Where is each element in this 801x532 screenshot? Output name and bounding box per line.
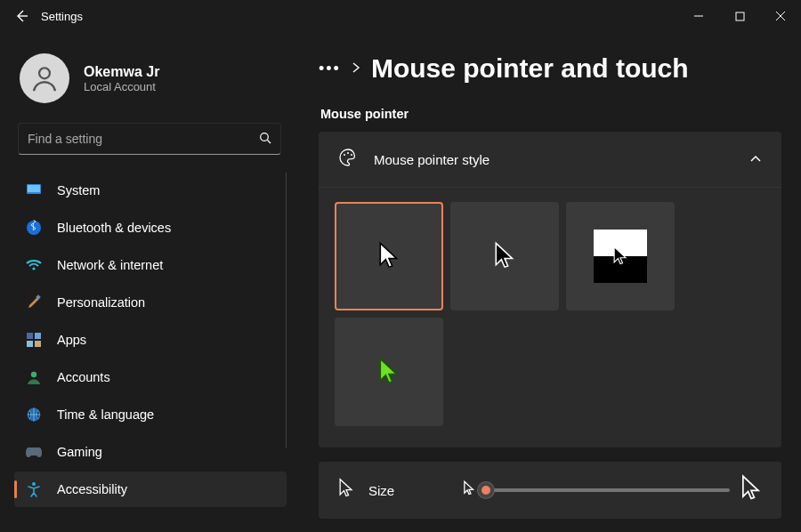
svg-point-15 [344,154,345,156]
svg-rect-0 [736,12,744,20]
svg-rect-10 [27,341,33,347]
pointer-size-expander[interactable]: Size [319,462,781,519]
sidebar-item-label: Bluetooth & devices [57,221,171,235]
wifi-icon [25,256,43,274]
arrow-left-icon [14,9,28,23]
sidebar-item-system[interactable]: System [14,173,287,208]
breadcrumb: ••• Mouse pointer and touch [319,44,781,84]
sidebar-item-bluetooth[interactable]: Bluetooth & devices [14,210,287,246]
annotation-arrow [797,183,801,263]
maximize-icon [735,12,745,21]
pointer-style-expander-header[interactable]: Mouse pointer style [319,132,781,188]
pointer-style-white[interactable] [335,202,443,310]
maximize-button[interactable] [719,0,760,32]
inverted-preview [594,230,647,283]
window-controls [678,0,801,32]
sidebar-item-apps[interactable]: Apps [14,322,287,358]
svg-point-1 [39,68,50,78]
title-bar: Settings [0,0,801,32]
search-box[interactable] [18,123,281,155]
brush-icon [25,294,43,311]
svg-point-6 [32,267,35,270]
breadcrumb-overflow-button[interactable]: ••• [319,60,341,78]
sidebar-item-label: Gaming [57,445,102,459]
sidebar-item-label: Apps [57,333,86,347]
pointer-style-inverted[interactable] [566,202,675,310]
svg-rect-9 [35,333,41,339]
svg-point-14 [32,482,36,486]
page-title: Mouse pointer and touch [371,53,689,84]
svg-point-17 [351,154,352,156]
sidebar: Okemwa Jr Local Account System Bluetoo [0,32,294,532]
palette-icon [338,148,358,171]
sidebar-item-accessibility[interactable]: Accessibility [14,472,287,507]
minimize-button[interactable] [678,0,719,32]
sidebar-item-label: Personalization [57,295,145,310]
chevron-right-icon [352,61,360,76]
monitor-icon [25,181,43,199]
section-header-mouse-pointer: Mouse pointer [320,107,781,121]
sidebar-item-label: Accounts [57,370,110,384]
pointer-style-expander: Mouse pointer style [319,132,781,447]
content-area: ••• Mouse pointer and touch Mouse pointe… [294,32,801,532]
sidebar-item-network[interactable]: Network & internet [14,247,287,283]
pointer-style-label: Mouse pointer style [374,152,733,167]
svg-point-2 [261,133,269,141]
accessibility-icon [25,480,43,498]
person-icon [29,63,60,93]
sidebar-item-personalization[interactable]: Personalization [14,285,287,320]
sidebar-item-accounts[interactable]: Accounts [14,359,287,395]
pointer-size-slider[interactable] [486,488,730,492]
svg-rect-8 [27,333,33,339]
nav-list: System Bluetooth & devices Network & int… [14,173,287,507]
close-button[interactable] [760,0,801,32]
svg-rect-4 [28,185,40,192]
svg-point-12 [31,372,36,377]
svg-rect-11 [35,341,41,347]
bluetooth-icon [25,219,43,237]
sidebar-item-label: System [57,183,100,197]
cursor-black-icon [493,241,516,271]
search-input[interactable] [28,132,259,146]
close-icon [775,11,786,21]
sidebar-item-time-language[interactable]: Time & language [14,397,287,432]
cursor-white-icon [377,241,400,271]
profile-name: Okemwa Jr [84,64,159,80]
pointer-size-label: Size [368,483,449,498]
pointer-style-black[interactable] [450,202,559,310]
chevron-up-icon [749,152,762,166]
cursor-small-icon [463,480,475,500]
profile[interactable]: Okemwa Jr Local Account [14,48,287,119]
pointer-style-custom[interactable] [335,318,443,426]
app-title: Settings [41,10,83,23]
sidebar-item-label: Accessibility [57,482,127,496]
sidebar-item-label: Time & language [57,407,154,422]
sidebar-item-label: Network & internet [57,258,163,272]
gaming-icon [25,443,43,461]
search-icon [259,132,271,147]
globe-icon [25,406,43,423]
minimize-icon [693,11,704,21]
cursor-icon [338,478,354,503]
apps-icon [25,331,43,349]
avatar [20,53,69,103]
pointer-size-slider-group [463,474,762,506]
svg-point-16 [347,152,349,154]
cursor-large-icon [740,474,762,506]
cursor-inverted-icon [612,246,628,267]
cursor-custom-icon [377,357,400,387]
profile-subtitle: Local Account [84,80,159,93]
back-button[interactable] [5,0,37,32]
slider-thumb[interactable] [477,481,495,499]
person-icon [25,368,43,386]
pointer-style-options [319,188,781,447]
sidebar-item-gaming[interactable]: Gaming [14,434,287,470]
